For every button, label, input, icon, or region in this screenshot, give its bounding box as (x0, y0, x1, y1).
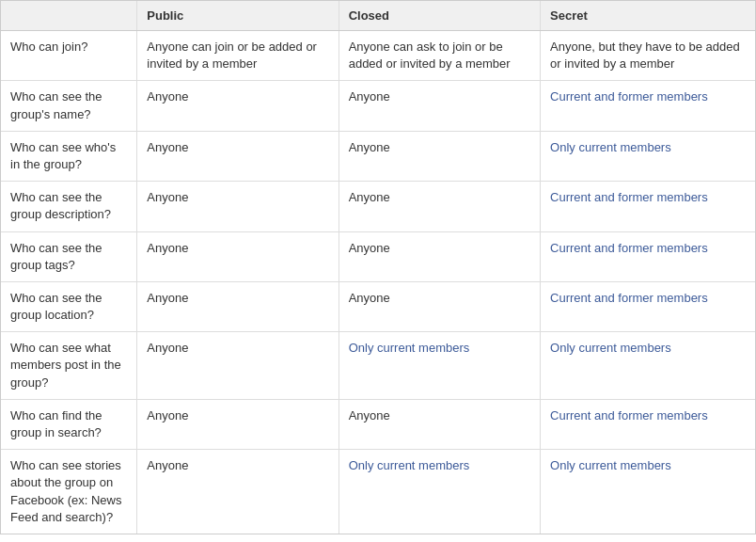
cell-public: Anyone (137, 81, 339, 131)
cell-public: Anyone (137, 399, 339, 449)
cell-question: Who can see the group's name? (1, 81, 137, 131)
cell-public: Anyone can join or be added or invited b… (137, 31, 339, 81)
table-row: Who can see who's in the group?AnyoneAny… (1, 131, 755, 181)
table-row: Who can see the group description?Anyone… (1, 182, 755, 231)
table-row: Who can see stories about the group on F… (1, 450, 755, 534)
cell-secret: Current and former members (541, 281, 755, 331)
cell-public: Anyone (137, 281, 339, 331)
cell-secret: Only current members (541, 450, 755, 534)
cell-public: Anyone (137, 182, 339, 231)
cell-secret: Current and former members (541, 182, 755, 231)
cell-closed: Anyone (339, 231, 540, 281)
cell-secret: Current and former members (541, 399, 755, 449)
table-row: Who can join?Anyone can join or be added… (1, 31, 755, 81)
cell-question: Who can find the group in search? (1, 399, 137, 449)
table-row: Who can see the group's name?AnyoneAnyon… (1, 81, 755, 131)
cell-closed: Anyone (339, 81, 540, 131)
cell-public: Anyone (137, 332, 339, 400)
cell-secret: Current and former members (541, 231, 755, 281)
cell-secret: Only current members (541, 332, 755, 400)
header-secret: Secret (541, 1, 755, 31)
table-row: Who can find the group in search?AnyoneA… (1, 399, 755, 449)
cell-closed: Anyone (339, 281, 540, 331)
cell-secret: Only current members (541, 131, 755, 181)
cell-question: Who can see who's in the group? (1, 131, 137, 181)
comparison-table: Public Closed Secret Who can join?Anyone… (0, 0, 756, 534)
cell-closed: Anyone (339, 399, 540, 449)
cell-closed: Only current members (339, 450, 540, 534)
header-closed: Closed (339, 1, 540, 31)
cell-question: Who can see what members post in the gro… (1, 332, 137, 400)
cell-question: Who can join? (1, 31, 137, 81)
cell-question: Who can see the group description? (1, 182, 137, 231)
table-row: Who can see the group tags?AnyoneAnyoneC… (1, 231, 755, 281)
cell-closed: Anyone can ask to join or be added or in… (339, 31, 540, 81)
table-row: Who can see the group location?AnyoneAny… (1, 281, 755, 331)
cell-secret: Current and former members (541, 81, 755, 131)
header-public: Public (137, 1, 339, 31)
cell-public: Anyone (137, 131, 339, 181)
table-row: Who can see what members post in the gro… (1, 332, 755, 400)
cell-secret: Anyone, but they have to be added or inv… (541, 31, 755, 81)
cell-closed: Anyone (339, 131, 540, 181)
cell-question: Who can see the group tags? (1, 231, 137, 281)
cell-closed: Anyone (339, 182, 540, 231)
cell-closed: Only current members (339, 332, 540, 400)
cell-question: Who can see stories about the group on F… (1, 450, 137, 534)
cell-public: Anyone (137, 450, 339, 534)
header-question (1, 1, 137, 31)
cell-question: Who can see the group location? (1, 281, 137, 331)
cell-public: Anyone (137, 231, 339, 281)
